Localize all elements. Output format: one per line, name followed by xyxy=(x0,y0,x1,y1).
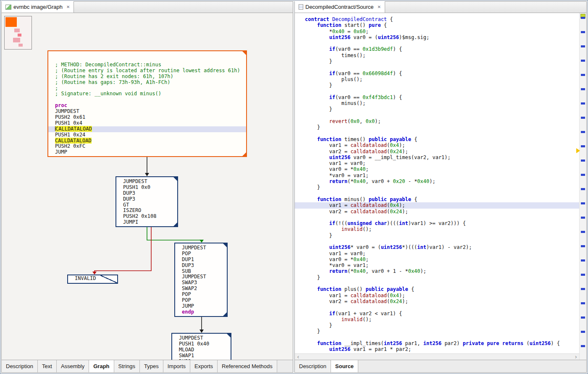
asm-line[interactable]: PUSH1 0x24 xyxy=(48,132,246,138)
ruler-mark[interactable] xyxy=(581,117,585,119)
overview-ruler[interactable] xyxy=(579,13,586,360)
source-line[interactable]: var2 = calldataload(0x24); xyxy=(295,209,579,214)
ruler-mark[interactable] xyxy=(581,45,585,47)
asm-line[interactable]: SWAP2 xyxy=(175,286,227,292)
source-line[interactable]: minus(); xyxy=(295,100,579,106)
source-line[interactable] xyxy=(295,214,579,220)
asm-line[interactable]: JUMPDEST xyxy=(48,109,246,115)
asm-line[interactable]: POP xyxy=(175,251,227,257)
graph-node-compare[interactable]: JUMPDESTPUSH1 0x0DUP3DUP3GTISZEROPUSH2 0… xyxy=(116,176,178,227)
asm-line[interactable]: PUSH2 0x108 xyxy=(116,214,177,220)
asm-line[interactable]: JUMP xyxy=(175,303,227,309)
source-line[interactable]: } xyxy=(295,275,579,280)
source-line[interactable]: var0 = *0x40; xyxy=(295,166,579,172)
source-line[interactable]: } xyxy=(295,184,579,190)
bottom-tab-referenced-methods[interactable]: Referenced Methods xyxy=(218,360,277,372)
asm-line[interactable]: PUSH1 0x0 xyxy=(116,185,177,191)
asm-line[interactable]: JUMPI xyxy=(116,220,177,225)
source-line[interactable]: var2 = calldataload(0x24); xyxy=(295,149,579,154)
ruler-mark[interactable] xyxy=(581,245,585,247)
source-line[interactable]: function __impl_times(int256 par1, int25… xyxy=(295,340,579,346)
source-line[interactable]: invalid(); xyxy=(295,226,579,232)
ruler-mark[interactable] xyxy=(581,188,585,190)
source-line[interactable]: revert(0x0, 0x0); xyxy=(295,118,579,124)
asm-line[interactable]: endp xyxy=(175,309,227,315)
source-line[interactable]: if(var0 == 0x66098d4f) { xyxy=(295,71,579,76)
ruler-mark[interactable] xyxy=(581,17,585,19)
asm-line[interactable]: DUP3 xyxy=(175,263,227,269)
asm-line[interactable]: JUMP xyxy=(48,149,246,155)
source-line[interactable]: plus(); xyxy=(295,76,579,82)
asm-line[interactable]: proc xyxy=(48,103,246,109)
close-icon[interactable]: ✕ xyxy=(66,5,70,9)
asm-line[interactable]: SWAP3 xyxy=(175,280,227,286)
source-line[interactable]: invalid(); xyxy=(295,316,579,322)
asm-line[interactable]: CALLDATALOAD xyxy=(48,138,246,144)
asm-line[interactable]: MLOAD xyxy=(172,347,231,353)
source-line[interactable]: var1 = var0; xyxy=(295,251,579,256)
asm-line[interactable]: CALLDATALOAD xyxy=(48,126,246,132)
source-line[interactable] xyxy=(295,131,579,136)
asm-line[interactable]: PUSH1 0x4 xyxy=(48,120,246,126)
source-line[interactable]: function start() pure { xyxy=(295,22,579,28)
source-line[interactable]: } xyxy=(295,82,579,88)
graph-node-return[interactable]: JUMPDESTPUSH1 0x40MLOADSWAP1DUP2 xyxy=(171,333,231,360)
graph-canvas[interactable]: ; METHOD: DecompiledContract::minus; (Ro… xyxy=(1,13,293,360)
source-line[interactable]: if(var1 + var2 < var1) { xyxy=(295,311,579,316)
source-line[interactable]: var0 = *0x40; xyxy=(295,256,579,262)
source-line[interactable]: times(); xyxy=(295,52,579,58)
bottom-tab-exports[interactable]: Exports xyxy=(190,360,218,372)
source-line[interactable] xyxy=(295,40,579,46)
horizontal-scrollbar[interactable]: ‹ › xyxy=(295,353,579,360)
source-line[interactable]: uint256 var1 = par1 * par2; xyxy=(295,346,579,352)
source-line[interactable] xyxy=(295,112,579,118)
asm-line[interactable]: POP xyxy=(175,292,227,298)
graph-node-body[interactable]: JUMPDESTPOPDUP1DUP3SUBJUMPDESTSWAP3SWAP2… xyxy=(174,243,228,317)
ruler-mark[interactable] xyxy=(581,217,585,219)
asm-line[interactable] xyxy=(48,97,246,103)
source-line[interactable] xyxy=(295,335,579,340)
source-line[interactable]: return(*0x40, var0 + 1 - *0x40); xyxy=(295,268,579,274)
asm-line[interactable]: DUP2 xyxy=(172,359,231,360)
source-line[interactable]: *var0 = var1; xyxy=(295,262,579,268)
source-line[interactable]: function plus() public payable { xyxy=(295,286,579,292)
source-line[interactable]: var1 = var0; xyxy=(295,160,579,166)
source-line[interactable]: var1 = calldataload(0x4); xyxy=(295,202,579,208)
asm-line[interactable]: GT xyxy=(116,202,177,208)
asm-line[interactable]: ; METHOD: DecompiledContract::minus xyxy=(48,62,246,68)
source-line[interactable]: } xyxy=(295,233,579,238)
source-line[interactable]: } xyxy=(295,124,579,130)
ruler-mark[interactable] xyxy=(581,160,585,162)
asm-line[interactable]: DUP1 xyxy=(175,257,227,263)
source-line[interactable]: uint256 var0 = (uint256)$msg.sig; xyxy=(295,34,579,40)
source-line[interactable]: function times() public payable { xyxy=(295,136,579,142)
asm-line[interactable]: SUB xyxy=(175,269,227,275)
source-line[interactable]: uint256 var0 = __impl_times(var2, var1); xyxy=(295,154,579,160)
source-line[interactable]: var1 = calldataload(0x4); xyxy=(295,142,579,148)
asm-line[interactable]: PUSH2 0xFC xyxy=(48,144,246,149)
ruler-mark[interactable] xyxy=(581,174,585,176)
ruler-mark[interactable] xyxy=(581,259,585,262)
bottom-tab-text[interactable]: Text xyxy=(38,360,57,372)
bottom-tab-imports[interactable]: Imports xyxy=(163,360,190,372)
source-line[interactable]: *0x40 = 0x60; xyxy=(295,29,579,34)
ruler-mark[interactable] xyxy=(581,202,585,204)
asm-line[interactable]: SWAP1 xyxy=(172,353,231,359)
source-line[interactable]: if(!((unsigned char)(((int)var1) >= var2… xyxy=(295,220,579,226)
bottom-tab-types[interactable]: Types xyxy=(140,360,163,372)
source-line[interactable]: var1 = calldataload(0x4); xyxy=(295,293,579,298)
ruler-mark[interactable] xyxy=(581,231,585,233)
bottom-tab-source[interactable]: Source xyxy=(331,360,358,372)
source-line[interactable]: } xyxy=(295,58,579,64)
bottom-tab-description[interactable]: Description xyxy=(2,360,38,372)
bottom-tab-assembly[interactable]: Assembly xyxy=(57,360,89,372)
source-line[interactable]: if(var0 == 0x1d3b9edf) { xyxy=(295,46,579,52)
source-line[interactable] xyxy=(295,280,579,286)
source-line[interactable]: } xyxy=(295,322,579,328)
source-line[interactable] xyxy=(295,64,579,70)
close-icon[interactable]: ✕ xyxy=(378,5,381,9)
graph-node-entry[interactable]: ; METHOD: DecompiledContract::minus; (Ro… xyxy=(47,50,247,157)
source-line[interactable]: } xyxy=(295,328,579,334)
source-line[interactable]: *var0 = var1; xyxy=(295,173,579,178)
asm-line[interactable]: JUMPDEST xyxy=(175,245,227,251)
